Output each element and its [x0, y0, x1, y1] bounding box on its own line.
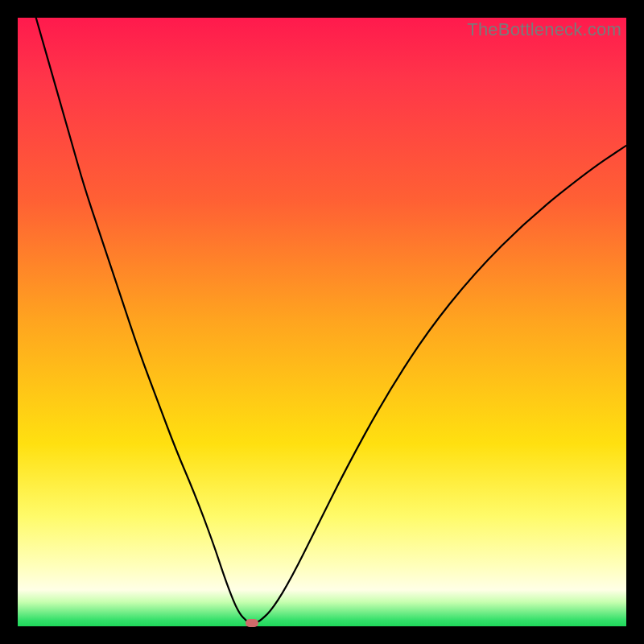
- chart-frame: TheBottleneck.com: [0, 0, 644, 644]
- bottleneck-curve: [18, 18, 626, 626]
- plot-area: TheBottleneck.com: [18, 18, 626, 626]
- optimum-marker: [246, 619, 258, 627]
